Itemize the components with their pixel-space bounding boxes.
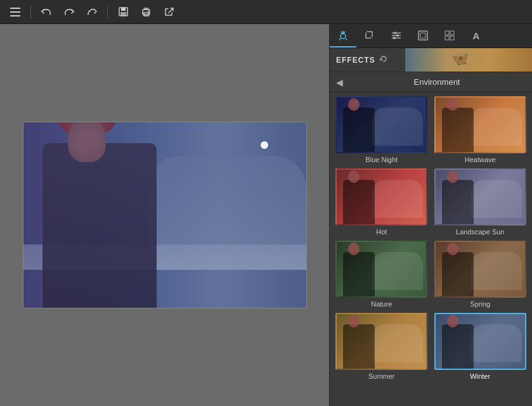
svg-rect-7 [144,8,148,10]
effect-item-spring[interactable]: Spring [434,241,528,308]
effect-item-blue-night[interactable]: Blue Night [335,96,429,163]
effect-thumb-nature [335,241,427,298]
thumb-head-spring [447,243,458,255]
save-button[interactable] [113,3,133,22]
effect-item-hot[interactable]: Hot [335,168,429,236]
effect-label-blue-night: Blue Night [365,156,398,163]
environment-header: ◀ Environment [330,72,532,92]
environment-title: Environment [348,77,526,87]
effect-item-winter[interactable]: Winter [434,313,528,380]
svg-point-14 [394,32,396,34]
thumb-head-landscape-sun [447,170,458,183]
svg-point-9 [148,11,149,12]
svg-rect-2 [10,15,20,16]
svg-rect-4 [121,8,126,11]
canvas-area: A [0,24,329,406]
photo-tint [23,122,306,308]
toolbar-separator-2 [107,6,108,18]
svg-rect-5 [120,12,126,16]
main-area: A [0,24,532,406]
thumb-figure-spring [442,252,474,296]
thumb-arch-winter [471,324,522,362]
thumb-figure-hot [343,180,375,224]
svg-rect-19 [445,31,449,35]
effect-thumb-hot [335,168,427,225]
tab-frame[interactable] [410,25,436,48]
effect-item-nature[interactable]: Nature [335,241,429,308]
effect-label-winter: Winter [470,372,490,380]
thumb-arch-landscape-sun [471,180,522,218]
thumb-arch-heatwave [471,108,522,146]
effect-item-landscape-sun[interactable]: Landscape Sun [434,168,528,236]
panel-tabs: A [330,24,532,48]
toolbar-separator-1 [30,6,31,18]
effect-label-nature: Nature [371,300,392,308]
effect-thumb-summer [335,313,427,370]
svg-rect-0 [10,8,20,9]
effects-reset-button[interactable] [379,54,388,65]
thumb-arch-spring [471,252,522,290]
menu-button[interactable] [5,3,25,22]
svg-point-15 [396,34,399,37]
effects-strip-preview: 🦋 [405,48,532,72]
thumb-figure-summer [343,324,375,369]
effect-label-spring: Spring [470,300,490,308]
tab-texture[interactable] [436,25,463,48]
effect-item-summer[interactable]: Summer [335,313,429,380]
effects-label: EFFECTS [336,56,375,65]
tab-adjustments[interactable] [383,25,410,48]
selection-dot [261,141,268,149]
effect-thumb-heatwave [434,96,526,153]
effect-thumb-blue-night [335,96,427,153]
redo-button[interactable] [82,3,102,22]
text-tab-label: A [473,30,480,41]
svg-rect-20 [450,31,454,35]
tab-effects[interactable] [330,25,356,48]
thumb-figure-heatwave [442,108,474,152]
toolbar [0,0,532,24]
environment-collapse-button[interactable]: ◀ [336,77,343,87]
main-image [23,122,307,308]
thumb-head-winter [447,315,458,327]
tab-crop[interactable] [356,25,383,48]
effect-label-heatwave: Heatwave [465,156,496,163]
effect-item-heatwave[interactable]: Heatwave [434,96,528,163]
undo-button[interactable] [36,3,56,22]
right-panel: A EFFECTS 🦋 ◀ Environment Blue NightHeat… [329,24,532,406]
thumb-arch-blue-night [372,108,423,146]
thumb-figure-winter [442,324,474,369]
effect-thumb-landscape-sun [434,168,526,225]
effects-grid: Blue NightHeatwaveHotLandscape SunNature… [330,92,532,406]
thumb-arch-hot [372,180,423,218]
thumb-arch-nature [372,252,423,290]
svg-rect-1 [10,11,20,13]
svg-rect-17 [418,31,427,40]
thumb-arch-summer [372,324,423,362]
svg-point-16 [393,37,396,39]
effect-thumb-winter [434,313,526,370]
effects-strip: EFFECTS 🦋 [330,48,532,72]
undo-history-button[interactable] [59,3,79,22]
thumb-figure-landscape-sun [442,180,474,224]
effect-label-hot: Hot [376,228,387,236]
svg-rect-22 [450,36,454,40]
effect-label-summer: Summer [368,372,395,380]
svg-rect-21 [445,36,449,40]
butterfly-decoration: 🦋 [451,51,469,67]
effect-thumb-spring [434,241,526,298]
print-button[interactable] [136,3,156,22]
tab-text[interactable]: A [463,25,490,48]
thumb-head-heatwave [447,98,458,111]
thumb-figure-blue-night [343,108,375,152]
svg-rect-18 [420,33,425,38]
effect-label-landscape-sun: Landscape Sun [456,228,504,236]
share-button[interactable] [159,3,179,22]
thumb-figure-nature [343,252,375,296]
